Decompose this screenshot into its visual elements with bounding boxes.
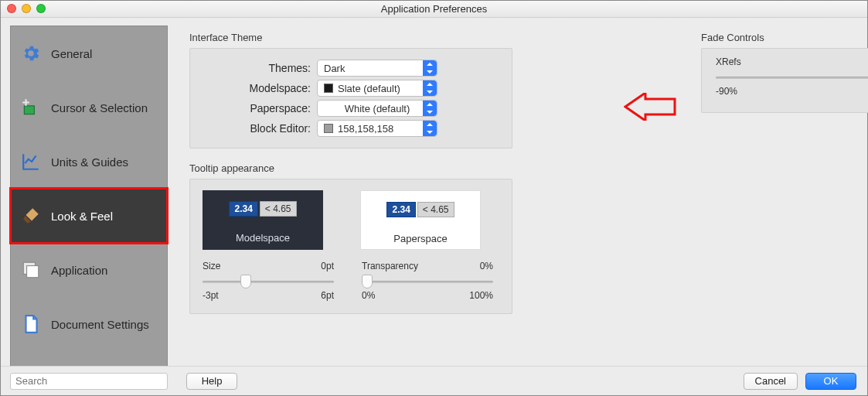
tooltip-preview-modelspace[interactable]: 2.34 < 4.65 Modelspace: [203, 190, 323, 250]
sidebar-item-application[interactable]: Application: [11, 243, 167, 297]
tooltip-primary-value: 2.34: [229, 201, 257, 217]
tooltip-appearance-group: 2.34 < 4.65 Modelspace 2.34 < 4.65 Paper…: [189, 179, 512, 314]
fade-controls-section: Fade Controls XRefs 50% -90% 90%: [701, 32, 868, 113]
color-swatch-icon: [324, 84, 333, 93]
tooltip-preview-label: Paperspace: [393, 233, 447, 244]
dropdown-caret-icon: [423, 121, 437, 136]
tooltip-preview-label: Modelspace: [236, 232, 290, 244]
titlebar: Application Preferences: [1, 1, 867, 18]
minimize-icon[interactable]: [22, 4, 31, 13]
blockeditor-dropdown[interactable]: 158,158,158: [317, 120, 437, 137]
footer: Help Cancel OK: [1, 366, 867, 395]
slider-min: 0%: [362, 290, 375, 301]
main-panel: Interface Theme Themes: Dark Modelspace:: [168, 18, 867, 366]
ok-button[interactable]: OK: [805, 373, 856, 390]
gear-icon: [20, 43, 42, 64]
search-input[interactable]: [10, 373, 168, 390]
dropdown-value: 158,158,158: [338, 123, 393, 135]
section-label: Fade Controls: [701, 32, 868, 43]
row-paperspace: Paperspace: White (default): [201, 98, 501, 118]
color-swatch-icon: [324, 124, 333, 133]
cancel-button[interactable]: Cancel: [744, 373, 798, 390]
slider-max: 100%: [469, 290, 493, 301]
paperspace-dropdown[interactable]: White (default): [317, 100, 437, 117]
tooltip-size-slider[interactable]: Size 0pt -3pt 6pt: [203, 261, 334, 301]
slider-min: -3pt: [203, 290, 219, 301]
dropdown-caret-icon: [423, 80, 437, 96]
sidebar-item-document-settings[interactable]: Document Settings: [11, 297, 167, 351]
fade-controls-group: XRefs 50% -90% 90%: [701, 48, 868, 113]
row-themes: Themes: Dark: [201, 58, 501, 78]
sidebar-item-label: Application: [51, 264, 107, 277]
modelspace-label: Modelspace:: [201, 82, 317, 94]
sidebar-item-label: Units & Guides: [51, 155, 128, 169]
xrefs-slider[interactable]: [716, 70, 868, 84]
sidebar-item-cursor-selection[interactable]: Cursor & Selection: [11, 80, 167, 135]
xrefs-label: XRefs: [716, 56, 741, 67]
document-icon: [20, 313, 42, 335]
tooltip-secondary-value: < 4.65: [260, 201, 297, 217]
dropdown-value: White (default): [345, 103, 410, 114]
section-label: Tooltip appearance: [189, 162, 512, 174]
slider-thumb-icon[interactable]: [362, 275, 373, 288]
help-button[interactable]: Help: [186, 373, 237, 390]
sidebar-item-label: Cursor & Selection: [51, 101, 148, 114]
annotation-arrow-icon: [624, 93, 678, 121]
tooltip-secondary-value: < 4.65: [417, 202, 454, 217]
slider-max: 6pt: [321, 290, 334, 301]
slider-value: 0pt: [321, 261, 334, 271]
cursor-selection-icon: [20, 97, 42, 118]
sidebar-item-look-feel[interactable]: Look & Feel: [11, 189, 167, 243]
paintbrush-icon: [20, 205, 42, 227]
sidebar-item-label: Look & Feel: [51, 210, 113, 223]
dropdown-caret-icon: [423, 60, 437, 76]
tooltip-preview-paperspace[interactable]: 2.34 < 4.65 Paperspace: [360, 190, 481, 250]
sidebar: General Cursor & Selection Units & Guide…: [1, 18, 168, 366]
sidebar-item-label: General: [51, 47, 92, 60]
window-controls: [7, 4, 46, 13]
paperspace-label: Paperspace:: [201, 102, 317, 114]
blockeditor-label: Block Editor:: [201, 122, 317, 135]
slider-track[interactable]: [203, 275, 334, 288]
slider-track[interactable]: [362, 275, 493, 288]
dropdown-value: Dark: [324, 63, 345, 74]
preferences-window: Application Preferences General Cursor &…: [0, 0, 868, 396]
svg-rect-2: [27, 266, 39, 278]
slider-value: 0%: [480, 261, 493, 271]
sidebar-item-units-guides[interactable]: Units & Guides: [11, 135, 167, 189]
tooltip-preview-row: 2.34 < 4.65 Modelspace 2.34 < 4.65 Paper…: [203, 190, 499, 250]
interface-theme-group: Themes: Dark Modelspace: Slate (default): [189, 48, 512, 148]
sidebar-panel: General Cursor & Selection Units & Guide…: [10, 26, 168, 374]
themes-label: Themes:: [201, 62, 317, 74]
dropdown-caret-icon: [423, 101, 437, 116]
close-icon[interactable]: [7, 4, 16, 13]
modelspace-dropdown[interactable]: Slate (default): [317, 80, 437, 97]
tooltip-transparency-slider[interactable]: Transparency 0% 0% 100%: [362, 261, 493, 301]
sidebar-item-general[interactable]: General: [11, 26, 167, 80]
axes-icon: [20, 151, 42, 172]
window-title: Application Preferences: [381, 3, 487, 15]
slider-label: Transparency: [362, 261, 418, 271]
tooltip-primary-value: 2.34: [386, 202, 415, 217]
slider-min: -90%: [716, 86, 737, 97]
row-modelspace: Modelspace: Slate (default): [201, 78, 501, 98]
tooltip-appearance-section: Tooltip appearance 2.34 < 4.65 Modelspac…: [189, 162, 512, 314]
slider-label: Size: [203, 261, 220, 271]
svg-rect-0: [24, 106, 34, 114]
themes-dropdown[interactable]: Dark: [317, 60, 437, 77]
slider-thumb-icon[interactable]: [240, 275, 251, 288]
windows-icon: [20, 259, 42, 281]
zoom-icon[interactable]: [36, 4, 46, 13]
row-block-editor: Block Editor: 158,158,158: [201, 118, 501, 138]
sidebar-item-label: Document Settings: [51, 318, 149, 331]
dropdown-value: Slate (default): [338, 83, 400, 94]
